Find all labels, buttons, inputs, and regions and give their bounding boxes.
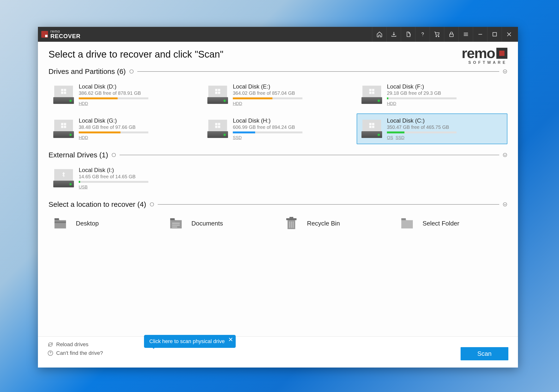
drive-icon xyxy=(53,120,74,138)
svg-rect-15 xyxy=(369,89,372,91)
location-item[interactable]: Select Folder xyxy=(395,212,508,234)
drive-free: 350.47 GB free of 465.75 GB xyxy=(387,125,503,130)
drive-name: Local Disk (G:) xyxy=(79,117,195,124)
svg-rect-25 xyxy=(215,126,217,128)
svg-rect-23 xyxy=(215,123,217,125)
svg-rect-11 xyxy=(215,89,217,91)
svg-rect-30 xyxy=(372,126,374,128)
drive-tag: HDD xyxy=(233,101,242,106)
svg-rect-37 xyxy=(170,218,175,220)
cant-find-drive-label: Can't find the drive? xyxy=(56,350,103,356)
location-item[interactable]: Documents xyxy=(164,212,277,234)
tooltip-text: Click here to scan physical drive xyxy=(149,338,225,344)
locations-section-title: Select a location to recover xyxy=(48,200,135,208)
tooltip-close-icon[interactable] xyxy=(228,337,233,342)
svg-rect-17 xyxy=(369,92,372,94)
brand-logo-text: remo xyxy=(462,46,495,60)
tooltip-physical-drive: Click here to scan physical drive xyxy=(144,335,236,348)
drive-name: Local Disk (C:) xyxy=(387,117,503,124)
section-header-drives: Drives and Partitions (6) xyxy=(48,67,507,76)
drive-item[interactable]: Local Disk (I:) 14.65 GB free of 14.65 G… xyxy=(48,163,199,194)
reload-icon xyxy=(47,342,53,347)
section-header-external: External Drives (1) xyxy=(48,151,507,159)
svg-point-1 xyxy=(436,36,437,37)
svg-rect-14 xyxy=(218,92,220,94)
drive-item[interactable]: Local Disk (E:) 364.02 GB free of 857.04… xyxy=(203,79,353,110)
brand-logo-block-icon xyxy=(496,48,507,59)
cant-find-drive-link[interactable]: Can't find the drive? xyxy=(47,350,103,356)
collapse-left-icon[interactable] xyxy=(129,69,134,74)
footer: Reload drives Can't find the drive? Scan… xyxy=(38,336,518,367)
drive-tag: HDD xyxy=(387,101,396,106)
drive-tag: OS xyxy=(387,135,393,140)
drive-name: Local Disk (I:) xyxy=(79,167,195,173)
svg-rect-28 xyxy=(372,123,374,125)
drive-name: Local Disk (F:) xyxy=(387,83,503,90)
location-item[interactable]: Recycle Bin xyxy=(280,212,392,234)
svg-rect-7 xyxy=(61,89,63,91)
drive-icon xyxy=(207,120,228,138)
drive-tag: SSD xyxy=(396,135,404,140)
close-icon[interactable] xyxy=(502,27,516,42)
reload-drives-label: Reload drives xyxy=(56,341,89,348)
drive-free: 364.02 GB free of 857.04 GB xyxy=(233,91,348,96)
external-section-count: (1) xyxy=(99,151,108,159)
external-grid: Local Disk (I:) 14.65 GB free of 14.65 G… xyxy=(48,163,507,194)
help-icon[interactable] xyxy=(415,27,430,42)
drive-item[interactable]: Local Disk (C:) 350.47 GB free of 465.75… xyxy=(357,113,507,144)
location-icon xyxy=(282,216,301,231)
collapse-right-icon[interactable] xyxy=(503,153,507,157)
menu-icon[interactable] xyxy=(458,27,473,42)
drive-free: 606.99 GB free of 894.24 GB xyxy=(233,125,348,130)
drive-usage-bar xyxy=(79,181,148,183)
maximize-icon[interactable] xyxy=(487,27,502,42)
lock-icon[interactable] xyxy=(444,27,458,42)
drives-section-title: Drives and Partitions xyxy=(48,67,115,75)
drive-item[interactable]: Local Disk (F:) 29.18 GB free of 29.3 GB… xyxy=(357,79,507,110)
collapse-right-icon[interactable] xyxy=(503,69,507,74)
svg-rect-46 xyxy=(293,221,294,228)
svg-rect-4 xyxy=(493,32,496,36)
drive-free: 14.65 GB free of 14.65 GB xyxy=(79,174,195,179)
drive-item[interactable]: Local Disk (D:) 386.62 GB free of 878.91… xyxy=(48,79,199,110)
export-icon[interactable] xyxy=(401,27,415,42)
reload-drives-link[interactable]: Reload drives xyxy=(47,341,103,348)
brand-logo-sub: SOFTWARE xyxy=(462,60,507,65)
cart-icon[interactable] xyxy=(430,27,444,42)
collapse-left-icon[interactable] xyxy=(111,153,116,157)
drive-item[interactable]: Local Disk (G:) 38.48 GB free of 97.66 G… xyxy=(48,113,199,144)
drive-free: 29.18 GB free of 29.3 GB xyxy=(387,91,503,96)
drive-free: 38.48 GB free of 97.66 GB xyxy=(79,125,195,130)
collapse-left-icon[interactable] xyxy=(149,202,154,207)
scan-button[interactable]: Scan xyxy=(461,347,508,360)
svg-point-5 xyxy=(130,70,133,73)
svg-rect-21 xyxy=(61,126,63,128)
location-label: Documents xyxy=(192,220,223,227)
drive-tag: USB xyxy=(79,185,88,190)
svg-point-33 xyxy=(150,203,154,206)
svg-point-32 xyxy=(503,153,507,157)
drives-section-count: (6) xyxy=(117,67,126,75)
svg-rect-42 xyxy=(286,218,297,220)
svg-rect-47 xyxy=(401,218,406,220)
titlebar-controls xyxy=(372,27,516,42)
svg-rect-38 xyxy=(172,223,180,224)
question-icon xyxy=(47,350,53,356)
svg-rect-12 xyxy=(218,89,220,91)
svg-rect-19 xyxy=(61,123,63,125)
location-label: Select Folder xyxy=(423,220,459,227)
svg-rect-22 xyxy=(64,126,66,128)
drive-icon xyxy=(53,86,74,104)
drive-tag: SSD xyxy=(233,135,242,140)
location-item[interactable]: Desktop xyxy=(48,212,161,234)
svg-rect-44 xyxy=(289,221,290,228)
svg-rect-13 xyxy=(215,92,217,94)
svg-rect-16 xyxy=(372,89,374,91)
app-window: remo RECOVER xyxy=(38,27,518,367)
collapse-right-icon[interactable] xyxy=(503,202,507,207)
drive-item[interactable]: Local Disk (H:) 606.99 GB free of 894.24… xyxy=(203,113,353,144)
home-icon[interactable] xyxy=(372,27,386,42)
minimize-icon[interactable] xyxy=(473,27,487,42)
import-icon[interactable] xyxy=(386,27,401,42)
svg-point-31 xyxy=(112,153,116,157)
